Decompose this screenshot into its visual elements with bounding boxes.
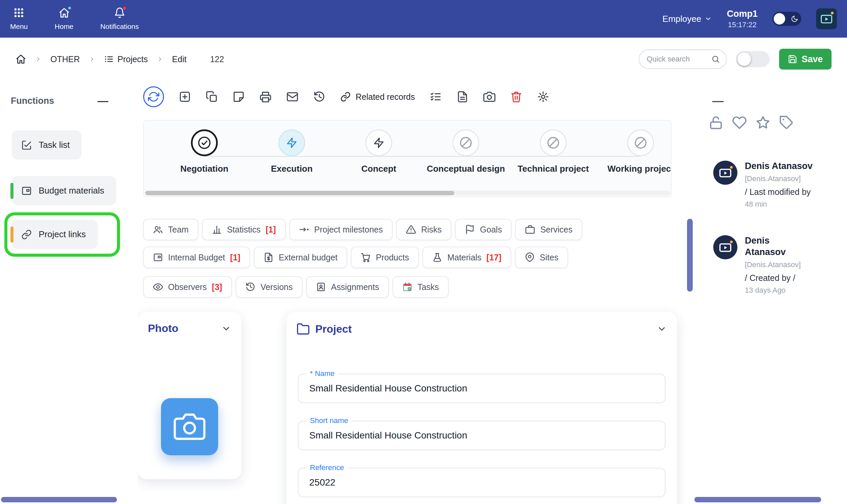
copy-icon bbox=[206, 91, 218, 103]
sidebar-item-label: Budget materials bbox=[39, 185, 104, 196]
theme-toggle-knob bbox=[774, 13, 785, 24]
tab-observers[interactable]: Observers[3] bbox=[143, 276, 232, 298]
stepper-scrollbar-thumb[interactable] bbox=[145, 191, 455, 195]
add-button[interactable] bbox=[179, 91, 191, 103]
breadcrumb-projects[interactable]: Projects bbox=[104, 54, 148, 64]
camera-button[interactable] bbox=[483, 91, 495, 103]
notifications-button[interactable]: Notifications bbox=[101, 7, 139, 31]
reference-field-label: Reference bbox=[306, 463, 348, 472]
home-label: Home bbox=[55, 22, 74, 31]
theme-toggle[interactable] bbox=[772, 12, 801, 26]
chevron-down-icon[interactable] bbox=[221, 324, 231, 334]
flask-icon bbox=[432, 252, 442, 263]
pdf-export-button[interactable] bbox=[456, 91, 469, 103]
sidebar-item-task-list[interactable]: Task list bbox=[12, 130, 82, 160]
short-name-field-value[interactable]: Small Residential House Construction bbox=[298, 421, 665, 450]
tab-row-3: Observers[3] Versions Assignments Tasks bbox=[143, 276, 449, 298]
short-name-field[interactable]: Short name Small Residential House Const… bbox=[298, 421, 666, 450]
note-button[interactable] bbox=[233, 91, 245, 103]
tab-project-milestones[interactable]: Project milestones bbox=[289, 219, 392, 240]
print-button[interactable] bbox=[260, 91, 271, 103]
tab-external-budget[interactable]: External budget bbox=[254, 247, 347, 268]
lock-open-icon[interactable] bbox=[708, 115, 723, 130]
panel-collapse-button[interactable]: — bbox=[712, 94, 724, 107]
stage-negotiation[interactable]: Negotiation bbox=[164, 129, 245, 174]
heart-icon[interactable] bbox=[732, 115, 747, 130]
refresh-button[interactable] bbox=[143, 86, 164, 107]
tab-services[interactable]: Services bbox=[515, 219, 582, 240]
tab-versions[interactable]: Versions bbox=[235, 276, 302, 298]
user-avatar[interactable] bbox=[816, 8, 837, 29]
name-field-value[interactable]: Small Residential House Construction bbox=[298, 374, 665, 402]
stage-conceptual-design[interactable]: Conceptual design bbox=[425, 129, 506, 174]
milestone-arrow-icon bbox=[299, 224, 309, 235]
people-icon bbox=[153, 224, 163, 235]
tab-tasks[interactable]: Tasks bbox=[392, 276, 449, 298]
chevron-right-icon bbox=[157, 56, 163, 62]
chevron-down-icon bbox=[705, 15, 712, 22]
save-button[interactable]: Save bbox=[779, 49, 831, 70]
tab-team[interactable]: Team bbox=[143, 219, 198, 240]
topbar-right: Employee Comp1 15:17:22 bbox=[663, 8, 847, 29]
settings-button[interactable] bbox=[537, 91, 549, 103]
tab-assignments[interactable]: Assignments bbox=[306, 276, 389, 298]
tab-goals[interactable]: Goals bbox=[455, 219, 512, 240]
right-horizontal-scrollbar[interactable] bbox=[694, 497, 821, 502]
printer-icon bbox=[260, 91, 271, 103]
tag-icon[interactable] bbox=[779, 115, 794, 130]
photo-upload-placeholder[interactable] bbox=[161, 398, 218, 455]
history-button[interactable] bbox=[313, 91, 325, 103]
camera-icon bbox=[483, 91, 495, 103]
stage-technical-project[interactable]: Technical project bbox=[513, 129, 594, 174]
menu-grid-icon bbox=[13, 7, 24, 20]
tab-internal-budget[interactable]: Internal Budget[1] bbox=[143, 247, 250, 268]
chevron-right-icon bbox=[35, 56, 42, 62]
breadcrumb-home-icon[interactable] bbox=[16, 54, 26, 65]
duplicate-button[interactable] bbox=[206, 91, 218, 103]
email-button[interactable] bbox=[286, 91, 298, 103]
tab-materials[interactable]: Materials[17] bbox=[423, 247, 511, 268]
gear-icon bbox=[537, 91, 549, 103]
record-toolbar: Related records bbox=[143, 85, 549, 109]
tab-sites[interactable]: Sites bbox=[515, 247, 568, 268]
chevron-down-icon[interactable] bbox=[657, 324, 667, 334]
user-login: [Denis.Atanasov] bbox=[745, 174, 813, 183]
view-toggle[interactable] bbox=[736, 51, 770, 67]
avatar[interactable] bbox=[713, 235, 737, 259]
stage-working-project[interactable]: Working project bbox=[600, 129, 672, 174]
related-records-button[interactable]: Related records bbox=[340, 91, 415, 102]
company-name: Comp1 bbox=[727, 9, 758, 19]
checklist-button[interactable] bbox=[429, 91, 442, 103]
star-icon[interactable] bbox=[756, 115, 770, 130]
tab-label: Products bbox=[376, 253, 409, 263]
tab-products[interactable]: Products bbox=[351, 247, 419, 268]
avatar[interactable] bbox=[713, 161, 737, 185]
reference-field[interactable]: Reference 25022 bbox=[298, 468, 666, 497]
tab-label: Materials bbox=[447, 253, 481, 263]
tab-risks[interactable]: Risks bbox=[396, 219, 452, 240]
home-button[interactable]: Home bbox=[55, 7, 74, 31]
quick-search-input[interactable] bbox=[647, 55, 708, 64]
slash-circle-icon bbox=[459, 136, 473, 150]
reference-field-value[interactable]: 25022 bbox=[298, 468, 665, 497]
stage-concept[interactable]: Concept bbox=[338, 129, 419, 174]
breadcrumb-actions: Save bbox=[639, 49, 831, 70]
employee-label: Employee bbox=[663, 14, 702, 24]
stage-execution[interactable]: Execution bbox=[251, 129, 332, 174]
tab-row-1: Team Statistics[1] Project milestones Ri… bbox=[143, 219, 582, 240]
tab-statistics[interactable]: Statistics[1] bbox=[202, 219, 286, 240]
sidebar-item-budget-materials[interactable]: Budget materials bbox=[12, 176, 116, 205]
task-list-icon bbox=[21, 140, 32, 150]
tab-label: External budget bbox=[279, 253, 337, 263]
checklist-icon bbox=[429, 91, 442, 103]
breadcrumb-projects-label: Projects bbox=[118, 54, 148, 64]
employee-dropdown[interactable]: Employee bbox=[663, 14, 712, 24]
sidebar-item-project-links[interactable]: Project links bbox=[12, 220, 98, 249]
menu-button[interactable]: Menu bbox=[10, 7, 28, 31]
left-horizontal-scrollbar[interactable] bbox=[1, 497, 117, 502]
name-field[interactable]: * Name Small Residential House Construct… bbox=[298, 374, 666, 403]
search-icon[interactable] bbox=[711, 55, 720, 64]
breadcrumb-category[interactable]: OTHER bbox=[50, 54, 80, 64]
sidebar-collapse-button[interactable]: — bbox=[98, 95, 108, 106]
delete-button[interactable] bbox=[510, 91, 522, 103]
